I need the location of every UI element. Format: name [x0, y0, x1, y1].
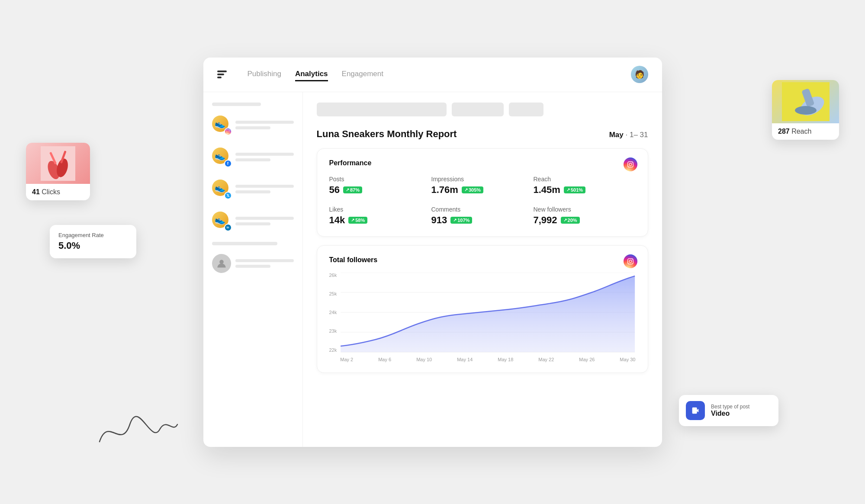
- x-label-may2: May 2: [340, 357, 353, 362]
- metric-value-row-impressions: 1.76m 305%: [431, 184, 534, 196]
- sidebar-line: [235, 153, 294, 156]
- sidebar-lines-li: [235, 217, 294, 225]
- linkedin-icon: in: [224, 224, 232, 231]
- clicks-image: [26, 143, 90, 184]
- sidebar-item-linkedin[interactable]: 👟 in: [212, 209, 294, 233]
- sidebar-line: [235, 217, 294, 220]
- avatar[interactable]: 🧑: [631, 66, 648, 83]
- metric-badge-reach: 501%: [564, 186, 585, 193]
- sidebar-line: [235, 121, 294, 124]
- clicks-float-card: 41 Clicks: [26, 143, 90, 200]
- sidebar: 👟 👟 f: [203, 92, 303, 447]
- clicks-label: 41 Clicks: [26, 184, 90, 200]
- metric-label-followers: New followers: [534, 206, 636, 213]
- metric-value-row-reach: 1.45m 501%: [534, 184, 636, 196]
- y-label-24k: 24k: [329, 310, 337, 315]
- metric-label-posts: Posts: [329, 176, 431, 183]
- x-label-may10: May 10: [416, 357, 432, 362]
- skeleton-bar-med: [452, 103, 504, 116]
- sidebar-line-short: [235, 265, 270, 268]
- metric-badge-posts: 87%: [343, 186, 362, 193]
- nav-bar: Publishing Analytics Engagement 🧑: [203, 58, 662, 92]
- metric-followers: New followers 7,992 20%: [534, 206, 636, 226]
- engagement-value: 5.0%: [58, 240, 128, 251]
- metric-value-followers: 7,992: [534, 215, 557, 226]
- report-date-separator: ·: [626, 131, 630, 139]
- metric-value-row-comments: 913 107%: [431, 215, 534, 226]
- x-label-may6: May 6: [378, 357, 391, 362]
- app-logo[interactable]: [217, 71, 227, 78]
- svg-point-0: [219, 260, 224, 264]
- reach-image: [772, 80, 839, 123]
- metric-badge-impressions: 305%: [462, 186, 483, 193]
- performance-title: Performance: [329, 159, 636, 167]
- x-label-may30: May 30: [620, 357, 635, 362]
- best-post-icon: [686, 401, 705, 420]
- chart-svg-container: May 2 May 6 May 10 May 14 May 18 May 22 …: [340, 273, 635, 362]
- sidebar-item-instagram[interactable]: 👟: [212, 113, 294, 137]
- chart-title: Total followers: [329, 256, 636, 264]
- engagement-float-card: Engagement Rate 5.0%: [50, 225, 136, 258]
- performance-card: Performance Posts 56 87% Impressions 1.7…: [317, 148, 648, 237]
- metric-value-impressions: 1.76m: [431, 184, 458, 196]
- content-area: 👟 👟 f: [203, 92, 662, 447]
- report-month: May: [609, 131, 624, 139]
- sidebar-line-short: [235, 158, 270, 161]
- y-label-26k: 26k: [329, 273, 337, 278]
- top-skeleton-bar: [317, 103, 648, 116]
- reach-bold: 287: [778, 128, 790, 135]
- sidebar-item-gray: [212, 254, 294, 273]
- main-content: Luna Sneakers Monthly Report May · 1– 31…: [303, 92, 662, 447]
- report-date: May · 1– 31: [609, 131, 648, 139]
- chart-svg: [340, 273, 635, 353]
- metric-likes: Likes 14k 58%: [329, 206, 431, 226]
- report-header: Luna Sneakers Monthly Report May · 1– 31: [317, 128, 648, 140]
- reach-float-card: 287 Reach: [772, 80, 839, 140]
- sidebar-item-facebook[interactable]: 👟 f: [212, 145, 294, 169]
- account-avatar-ig: 👟: [212, 116, 231, 135]
- sidebar-item-twitter[interactable]: 👟 𝕏: [212, 177, 294, 201]
- scribble-decoration: [87, 407, 182, 461]
- x-label-may14: May 14: [457, 357, 473, 362]
- best-post-text: Best type of post Video: [711, 404, 749, 417]
- reach-text: Reach: [790, 128, 812, 135]
- metric-comments: Comments 913 107%: [431, 206, 534, 226]
- y-label-23k: 23k: [329, 328, 337, 334]
- account-avatar-tw: 👟 𝕏: [212, 180, 231, 199]
- sidebar-skeleton-1: [212, 103, 261, 106]
- metric-value-row-likes: 14k 58%: [329, 215, 431, 226]
- account-avatar-li: 👟 in: [212, 212, 231, 231]
- sidebar-lines-ig: [235, 121, 294, 129]
- sidebar-line: [235, 259, 294, 262]
- y-label-25k: 25k: [329, 291, 337, 296]
- account-avatar-fb: 👟 f: [212, 148, 231, 167]
- gray-avatar: [212, 254, 231, 273]
- report-title: Luna Sneakers Monthly Report: [317, 128, 457, 140]
- engagement-label: Engagement Rate: [58, 232, 128, 238]
- chart-area-fill: [341, 276, 635, 352]
- metric-badge-comments: 107%: [450, 217, 472, 224]
- metric-value-row-posts: 56 87%: [329, 184, 431, 196]
- best-post-float-card: Best type of post Video: [679, 395, 778, 426]
- x-label-may26: May 26: [579, 357, 595, 362]
- tab-analytics[interactable]: Analytics: [295, 68, 328, 81]
- tab-engagement[interactable]: Engagement: [342, 68, 383, 81]
- ig-icon-performance: [624, 157, 637, 171]
- video-icon: [691, 406, 700, 415]
- sidebar-lines-tw: [235, 185, 294, 193]
- metric-label-likes: Likes: [329, 206, 431, 213]
- sidebar-lines-gray: [235, 259, 294, 268]
- y-label-22k: 22k: [329, 347, 337, 353]
- svg-point-14: [795, 106, 817, 115]
- best-post-value: Video: [711, 410, 749, 417]
- metric-label-reach: Reach: [534, 176, 636, 183]
- tab-publishing[interactable]: Publishing: [248, 68, 281, 81]
- metric-value-posts: 56: [329, 184, 340, 196]
- best-post-label: Best type of post: [711, 404, 749, 410]
- reach-label: 287 Reach: [772, 123, 839, 140]
- sidebar-line-short: [235, 222, 270, 225]
- sidebar-lines-fb: [235, 153, 294, 161]
- scribble-svg: [87, 407, 182, 459]
- sidebar-line: [235, 185, 294, 188]
- sidebar-skeleton-2: [212, 242, 277, 245]
